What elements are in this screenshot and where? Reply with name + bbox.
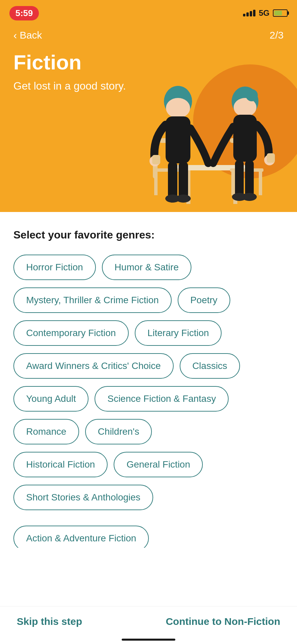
genre-chip-classics[interactable]: Classics: [180, 353, 240, 379]
back-label: Back: [20, 30, 42, 41]
genre-chip-award-winners[interactable]: Award Winners & Critics' Choice: [13, 353, 174, 379]
svg-rect-28: [235, 160, 244, 197]
page-subtitle: Get lost in a good story.: [13, 79, 127, 93]
signal-bars-icon: [243, 10, 255, 16]
continue-button[interactable]: Continue to Non-Fiction: [166, 616, 280, 627]
status-right: 5G: [243, 8, 288, 18]
genre-chip-young-adult[interactable]: Young Adult: [13, 386, 88, 412]
genres-container: Horror Fiction Humor & Satire Mystery, T…: [13, 255, 284, 548]
genre-row-8: Short Stories & Anthologies: [13, 485, 284, 510]
genre-row-2: Mystery, Thriller & Crime Fiction Poetry: [13, 287, 284, 313]
svg-rect-25: [233, 115, 257, 162]
genre-chip-general-fiction[interactable]: General Fiction: [114, 452, 203, 477]
main-content: Select your favorite genres: Horror Fict…: [0, 212, 297, 601]
step-indicator: 2/3: [270, 30, 284, 41]
svg-rect-11: [231, 172, 235, 195]
svg-rect-29: [245, 160, 254, 197]
genre-chip-childrens[interactable]: Children's: [85, 419, 152, 444]
genre-chip-science-fiction-fantasy[interactable]: Science Fiction & Fantasy: [95, 386, 229, 412]
genre-row-3: Contemporary Fiction Literary Fiction: [13, 320, 284, 346]
genre-chip-romance[interactable]: Romance: [13, 419, 79, 444]
network-label: 5G: [259, 8, 270, 18]
status-time: 5:59: [9, 6, 39, 20]
genre-row-1: Horror Fiction Humor & Satire: [13, 255, 284, 280]
illustration-container: [123, 58, 297, 212]
genre-row-7: Historical Fiction General Fiction: [13, 452, 284, 477]
svg-point-21: [176, 195, 191, 203]
svg-point-14: [166, 98, 190, 118]
illustration-svg: [126, 64, 290, 212]
section-title: Select your favorite genres:: [13, 229, 284, 241]
nav-row: ‹ Back 2/3: [13, 24, 284, 44]
status-bar: 5:59 5G: [0, 0, 297, 24]
svg-rect-17: [152, 155, 160, 164]
genre-row-6: Romance Children's: [13, 419, 284, 444]
genre-row-5: Young Adult Science Fiction & Fantasy: [13, 386, 284, 412]
genre-chip-horror-fiction[interactable]: Horror Fiction: [13, 255, 96, 280]
genre-chip-poetry[interactable]: Poetry: [178, 287, 230, 313]
genre-chip-literary-fiction[interactable]: Literary Fiction: [135, 320, 222, 346]
back-chevron-icon: ‹: [13, 30, 17, 41]
genre-chip-action-adventure[interactable]: Action & Adventure Fiction: [13, 526, 149, 548]
battery-fill: [274, 11, 282, 15]
svg-point-31: [242, 193, 257, 201]
genre-chip-contemporary-fiction[interactable]: Contemporary Fiction: [13, 320, 129, 346]
svg-rect-12: [259, 172, 262, 195]
header-section: ‹ Back 2/3 Fiction Get lost in a good st…: [0, 24, 297, 212]
svg-rect-27: [267, 153, 275, 163]
svg-rect-18: [168, 162, 177, 199]
genre-row-9-partial: Action & Adventure Fiction: [13, 518, 284, 548]
svg-point-24: [246, 89, 258, 101]
genre-chip-humor-satire[interactable]: Humor & Satire: [102, 255, 191, 280]
svg-rect-19: [179, 162, 188, 199]
skip-button[interactable]: Skip this step: [17, 616, 82, 627]
genre-chip-short-stories[interactable]: Short Stories & Anthologies: [13, 485, 153, 510]
battery-icon: [273, 9, 288, 17]
genre-chip-mystery-thriller-crime[interactable]: Mystery, Thriller & Crime Fiction: [13, 287, 172, 313]
svg-rect-6: [154, 172, 158, 195]
back-button[interactable]: ‹ Back: [13, 30, 42, 41]
home-indicator: [122, 639, 175, 641]
genre-row-4: Award Winners & Critics' Choice Classics: [13, 353, 284, 379]
genre-chip-historical-fiction[interactable]: Historical Fiction: [13, 452, 108, 477]
